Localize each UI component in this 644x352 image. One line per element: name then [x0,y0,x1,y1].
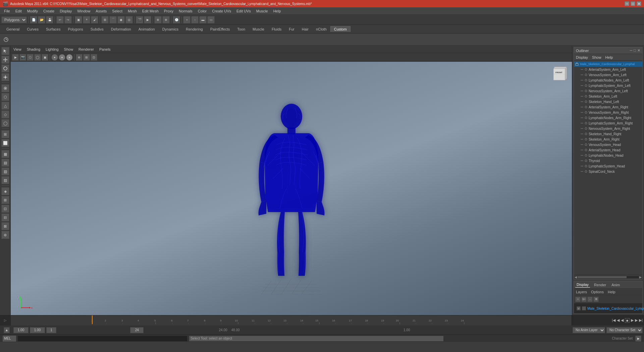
component-editor-button[interactable]: ⊛ [1,231,9,239]
shelf-tab-muscle[interactable]: Muscle [249,26,268,32]
play-reverse-btn[interactable]: ◀ [621,318,624,322]
restore-button[interactable]: □ [631,1,635,6]
select-tool-button[interactable] [1,47,9,55]
layer-add-btn[interactable]: + [575,297,581,302]
outliner-item-1[interactable]: ArterialSystem_Arm_Left [574,67,642,72]
expand-timeline-btn[interactable]: ▲ [4,327,10,333]
outliner-item-9[interactable]: VenousSystem_Arm_Right [574,110,642,115]
outliner-minimize-btn[interactable]: ─ [630,48,633,53]
play-btn[interactable]: ▶ [631,318,634,322]
set-button[interactable]: ▨ [1,176,9,184]
sculpt-tool-button[interactable]: ⬡ [1,93,9,101]
snap-point-button[interactable]: ◉ [117,16,125,23]
shelf-tab-dynamics[interactable]: Dynamics [159,26,182,32]
vp-menu-renderer[interactable]: Renderer [78,47,94,51]
save-scene-button[interactable]: 💾 [46,16,53,23]
vp-menu-lighting[interactable]: Lighting [46,47,59,51]
show-manipulator-button[interactable]: ⊕ [154,16,162,23]
quick-layout-4[interactable]: ▭ [207,16,215,23]
outliner-scroll-left[interactable]: ◀ [575,275,577,279]
layer-sub-layers[interactable]: Layers [576,290,587,294]
polygon-mode-select[interactable]: Polygons [1,16,27,23]
vp-smooth-btn[interactable]: ◯ [34,54,41,61]
menu-create[interactable]: Create [41,8,57,14]
frame-all-button[interactable]: ⬜ [1,139,9,147]
create-poly-button[interactable]: △ [1,102,9,110]
vp-light3-btn[interactable]: ● [66,54,73,61]
outliner-item-7[interactable]: Skeleton_Hand_Left [574,99,642,104]
vp-frame-sel-btn[interactable]: ⊞ [83,54,90,61]
stop-btn[interactable]: ■ [625,318,630,323]
shelf-tab-custom[interactable]: Custom [330,26,351,32]
vp-menu-show[interactable]: Show [64,47,73,51]
character-set-button[interactable]: ▤ [1,159,9,167]
shelf-tab-fur[interactable]: Fur [285,26,298,32]
shelf-tab-deformation[interactable]: Deformation [107,26,135,32]
show-grid-button[interactable]: ⊞ [1,130,9,138]
outliner-item-4[interactable]: LymphaticSystem_Arm_Left [574,83,642,88]
outliner-item-14[interactable]: Skeleton_Arm_Right [574,137,642,142]
viewport-3d[interactable]: FRONT x y [11,62,572,315]
outliner-item-17[interactable]: LymphaticNodes_Head [574,153,642,158]
outliner-item-16[interactable]: ArterialSystem_Head [574,147,642,153]
render-all-button[interactable]: ◈ [1,187,9,195]
layer-sub-options[interactable]: Options [591,290,604,294]
quick-layout-1[interactable]: ▪ [183,16,191,23]
ipr-render-button[interactable]: ▶ [144,16,151,23]
vp-cam-btn[interactable]: 📷 [19,54,26,61]
anim-layer-select[interactable]: No Anim Layer [573,327,605,333]
outliner-item-root[interactable]: Male_Skeleton_Cardiovascular_Lymphal [574,61,642,67]
menu-edit-mesh[interactable]: Edit Mesh [140,8,161,14]
connection-editor-button[interactable]: ⊠ [1,222,9,230]
vp-menu-shading[interactable]: Shading [27,47,40,51]
outliner-list[interactable]: Male_Skeleton_Cardiovascular_Lymphal Art… [574,61,642,274]
cv-curve-button[interactable]: ◯ [1,119,9,127]
layer-tab-display[interactable]: Display [575,282,590,288]
vp-wireframe-btn[interactable]: ⬡ [27,54,34,61]
minimize-button[interactable]: ─ [625,1,629,6]
play-start-btn[interactable]: |◀ [612,318,615,322]
layer-item-main[interactable]: V Male_Skeleton_Cardiovascular_Lymphatic… [575,306,644,311]
outliner-item-18[interactable]: Thyroid [574,158,642,163]
char-set-select[interactable]: No Character Set [606,327,643,333]
view-cube[interactable]: FRONT [548,65,569,85]
vp-menu-panels[interactable]: Panels [99,47,111,51]
outliner-restore-btn[interactable]: □ [634,48,636,53]
ep-curve-button[interactable]: ◇ [1,110,9,118]
hypershade-button[interactable]: ⊞ [1,196,9,204]
soft-mod-tool-button[interactable] [1,84,9,92]
step-back-btn[interactable]: ◀ [617,318,620,322]
play-end-btn[interactable]: ▶| [639,318,643,322]
outliner-item-13[interactable]: Skeleton_Hand_Right [574,131,642,137]
layer-options-btn[interactable]: ⚙ [593,297,599,302]
undo-button[interactable]: ↩ [56,16,64,23]
outliner-menu-show[interactable]: Show [592,55,601,59]
snap-grid-button[interactable]: ⊞ [101,16,109,23]
menu-proxy[interactable]: Proxy [161,8,176,14]
menu-mesh[interactable]: Mesh [125,8,140,14]
vp-texture-btn[interactable]: ▣ [42,54,48,61]
visor-button[interactable]: ⊟ [1,213,9,221]
frame-marker-input[interactable] [46,327,56,333]
vp-select-mask-btn[interactable]: ▶ [12,54,19,61]
outliner-item-10[interactable]: LymphaticNodes_Arm_Right [574,115,642,120]
vp-frame-all-btn[interactable]: ⊡ [91,54,97,61]
shelf-tab-ncloth[interactable]: nCloth [312,26,330,32]
menu-display[interactable]: Display [57,8,74,14]
vp-isolate-btn[interactable]: ⊕ [76,54,83,61]
shelf-tab-fluids[interactable]: Fluids [268,26,285,32]
new-scene-button[interactable]: 📄 [30,16,37,23]
outliner-item-2[interactable]: VenousSystem_Arm_Left [574,72,642,78]
command-line-input[interactable] [17,336,187,342]
quick-sel-set-button[interactable]: ▦ [1,150,9,158]
menu-help[interactable]: Help [271,8,284,14]
scale-tool-button[interactable] [1,73,9,81]
rotate-tool-button[interactable] [1,64,9,72]
vp-light2-btn[interactable]: ● [59,54,65,61]
outliner-scroll-right[interactable]: ▶ [639,275,642,279]
menu-create-uvs[interactable]: Create UVs [209,8,234,14]
outliner-item-8[interactable]: ArterialSystem_Arm_Right [574,104,642,110]
paint-effects-button[interactable]: ⊡ [1,205,9,213]
select-by-type-button[interactable]: ▣ [75,16,82,23]
shelf-tab-curves[interactable]: Curves [23,26,42,32]
